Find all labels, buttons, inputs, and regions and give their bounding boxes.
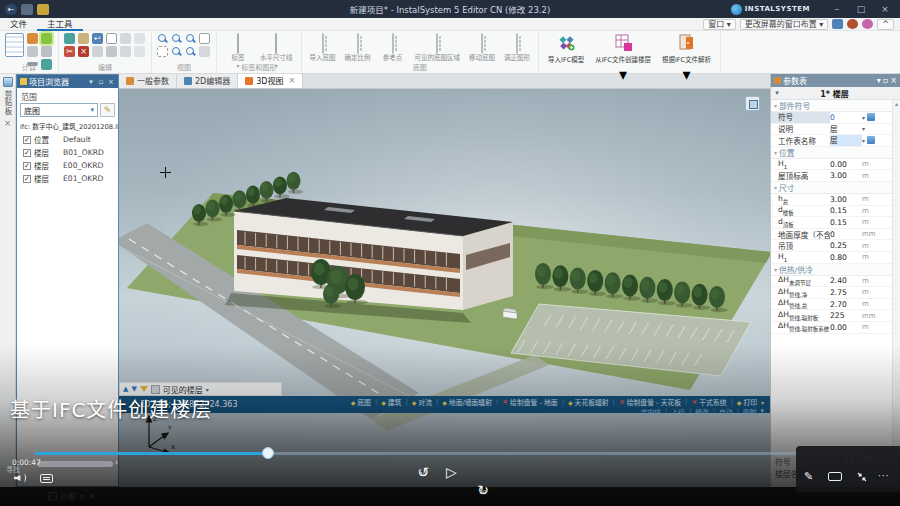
diagnostics-pin-icon[interactable]: ≡ bbox=[79, 493, 85, 501]
status-pin-on[interactable]: ◆打印 bbox=[737, 397, 757, 407]
back-icon[interactable]: ← bbox=[5, 4, 17, 15]
chevron-down-icon[interactable]: ▾ bbox=[761, 407, 764, 417]
param-section-header[interactable]: ▾位置 bbox=[771, 147, 892, 159]
param-value[interactable]: 0.00 bbox=[830, 323, 862, 332]
panel-menu-icon[interactable]: ▾ bbox=[877, 76, 881, 85]
status-pin-on[interactable]: ◆天花板辐射 bbox=[568, 397, 609, 407]
ribbon-button[interactable]: 移动底图 bbox=[466, 33, 498, 63]
menu-tab-home[interactable]: 主工具 bbox=[37, 18, 83, 31]
param-value[interactable]: 0 bbox=[830, 113, 862, 122]
visible-floors-select[interactable]: 可见的楼层 bbox=[163, 384, 203, 395]
scope-select[interactable]: 底图 ▾ bbox=[20, 103, 98, 117]
ribbon-button[interactable]: 参考点 bbox=[377, 33, 409, 63]
strip-close-icon[interactable]: × bbox=[4, 119, 11, 128]
tree-row[interactable]: ✓楼层E01_OKRD bbox=[17, 172, 118, 185]
calculate-icon[interactable] bbox=[5, 33, 24, 57]
status-pin-off[interactable]: ×绘制盘管 - 天花板 bbox=[619, 397, 681, 407]
param-section-header[interactable]: ▾部件符号 bbox=[771, 100, 892, 112]
maximize-button[interactable]: □ bbox=[850, 1, 872, 17]
mode-toggle[interactable]: 修改 bbox=[695, 407, 709, 417]
panel-menu-icon[interactable]: ▾ bbox=[87, 78, 95, 86]
mode-toggle[interactable]: 定向线 bbox=[641, 407, 661, 417]
menu-tab-file[interactable]: 文件 bbox=[0, 18, 37, 31]
viewport-3d[interactable]: Z Y X bbox=[119, 89, 770, 487]
help-icon[interactable] bbox=[862, 19, 873, 29]
status-pin-off[interactable]: ×干式系统 bbox=[691, 397, 726, 407]
tab-3D视图[interactable]: 3D视图× bbox=[238, 73, 303, 88]
exit-fullscreen-icon[interactable] bbox=[856, 471, 868, 483]
play-button[interactable]: ▷ bbox=[446, 464, 457, 480]
ribbon-button[interactable]: 可见的底图区域 bbox=[412, 33, 464, 63]
ribbon-button[interactable]: 导入底图 bbox=[307, 33, 339, 63]
diagnostics-close-icon[interactable]: × bbox=[88, 492, 95, 501]
forward-30-button[interactable]: ↻ 30 bbox=[474, 482, 492, 500]
mode-toggle[interactable]: 吸附 bbox=[743, 407, 757, 417]
ribbon-button[interactable]: 调正图形 bbox=[501, 33, 533, 63]
progress-bar[interactable] bbox=[35, 452, 868, 455]
volume-button[interactable] bbox=[14, 473, 26, 483]
collapsed-panel-tab[interactable]: 剪贴板 bbox=[2, 90, 13, 116]
tree-row[interactable]: ✓楼层E00_OKRD bbox=[17, 159, 118, 172]
captions-button[interactable] bbox=[40, 474, 53, 483]
param-value[interactable]: 0.25 bbox=[830, 241, 862, 250]
collapse-ribbon-button[interactable]: ^ bbox=[877, 19, 894, 30]
move-up-icon[interactable]: ▲ bbox=[123, 385, 128, 393]
dropdown-icon[interactable]: ▾ bbox=[862, 125, 865, 132]
link-icon[interactable] bbox=[867, 113, 875, 121]
ribbon-button[interactable]: 导入IFC模型 bbox=[544, 33, 588, 65]
status-pin-on[interactable]: ◆地面/墙面辐射 bbox=[442, 397, 492, 407]
dropdown-icon[interactable]: ▾ bbox=[862, 114, 865, 121]
ribbon-button[interactable]: 确定比例 bbox=[342, 33, 374, 63]
param-value[interactable]: 0 bbox=[830, 230, 862, 239]
panel-pin-icon[interactable]: ▫ bbox=[97, 78, 105, 86]
param-value[interactable]: 2.75 bbox=[830, 288, 862, 297]
checkbox-checked[interactable]: ✓ bbox=[23, 175, 31, 183]
param-value[interactable]: 层 bbox=[830, 135, 862, 146]
annotate-pencil-icon[interactable]: ✎ bbox=[804, 470, 813, 483]
chevron-down-icon[interactable]: ▾ bbox=[761, 399, 764, 406]
status-pin-off[interactable]: ×绘制盘管 - 地面 bbox=[502, 397, 557, 407]
tab-2D编辑器[interactable]: 2D编辑器 bbox=[177, 73, 238, 88]
panels-icon[interactable] bbox=[832, 19, 843, 29]
param-value[interactable]: 3.00 bbox=[830, 195, 862, 204]
panel-pin-icon[interactable]: ▫ bbox=[883, 76, 888, 85]
tree-row[interactable]: ✓楼层B01_OKRD bbox=[17, 146, 118, 159]
rewind-10-button[interactable]: ↺ 10 bbox=[414, 464, 432, 482]
tab-close-icon[interactable]: × bbox=[289, 76, 296, 85]
close-button[interactable]: × bbox=[874, 1, 896, 17]
link-icon[interactable] bbox=[867, 136, 875, 144]
panel-close-icon[interactable]: × bbox=[890, 76, 897, 85]
open-folder-icon[interactable] bbox=[37, 4, 49, 15]
tree-row[interactable]: ✓位置Default bbox=[17, 133, 118, 146]
window-menu-button[interactable]: 窗口 ▾ bbox=[703, 19, 736, 30]
save-icon[interactable] bbox=[21, 4, 33, 15]
mini-player-icon[interactable] bbox=[828, 472, 842, 481]
param-value[interactable]: 3.00 bbox=[830, 171, 862, 180]
ifc-file-item[interactable]: ifc: 数字中心_建筑_20201208.ifc bbox=[17, 117, 118, 133]
dropdown-icon[interactable]: ▾ bbox=[862, 137, 865, 144]
panel-close-icon[interactable]: × bbox=[107, 78, 115, 86]
mode-toggle[interactable]: 自动 bbox=[719, 407, 733, 417]
chevron-down-icon[interactable]: ▾ bbox=[771, 89, 783, 97]
filter-icon[interactable] bbox=[140, 386, 148, 392]
param-value[interactable]: 0.15 bbox=[830, 218, 862, 227]
param-value[interactable]: 0.80 bbox=[830, 253, 862, 262]
checkbox-checked[interactable]: ✓ bbox=[23, 136, 31, 144]
more-options-icon[interactable]: ··· bbox=[878, 471, 890, 481]
param-value[interactable]: 层 bbox=[830, 123, 862, 134]
tab-一般参数[interactable]: 一般参数 bbox=[119, 73, 177, 88]
checkbox-checked[interactable]: ✓ bbox=[23, 149, 31, 157]
status-pin-on[interactable]: ◆底图 bbox=[351, 397, 371, 407]
panel-hscrollbar[interactable] bbox=[37, 461, 113, 467]
scope-edit-button[interactable]: ✎ bbox=[100, 103, 115, 117]
param-value[interactable]: 0.00 bbox=[830, 160, 862, 169]
support-icon[interactable] bbox=[847, 19, 858, 29]
view-cube-button[interactable] bbox=[745, 96, 760, 111]
chevron-right-icon[interactable]: › bbox=[115, 458, 118, 467]
ribbon-button[interactable]: 根据IFC文件解析▾ bbox=[658, 33, 715, 85]
param-section-header[interactable]: ▾供热/供冷 bbox=[771, 264, 892, 276]
param-value[interactable]: 0.15 bbox=[830, 206, 862, 215]
parameters-scrollbar[interactable]: ▴ bbox=[892, 100, 900, 453]
layout-menu-button[interactable]: 更改屏幕的窗口布置 ▾ bbox=[740, 19, 829, 30]
param-value[interactable]: 2.70 bbox=[830, 300, 862, 309]
